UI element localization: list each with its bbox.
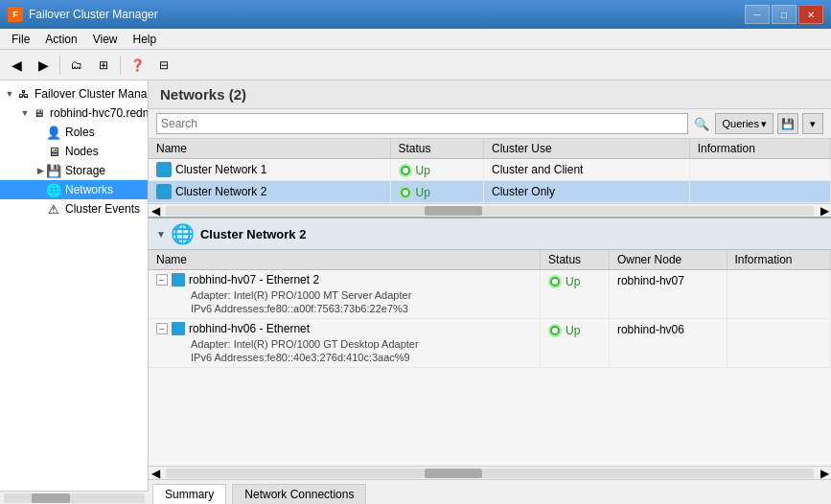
toolbar-separator-1 bbox=[59, 56, 60, 75]
col-information: Information bbox=[689, 139, 830, 159]
table-row[interactable]: 🌐 Cluster Network 2 Up Cluster Onl bbox=[149, 181, 831, 203]
table-row[interactable]: − 🌐 robhind-hv06 - Ethernet Adapter: Int… bbox=[149, 319, 831, 368]
tree-item-roles[interactable]: ▶ 👤 Roles bbox=[0, 123, 148, 142]
detail-row1-status: Up bbox=[541, 270, 610, 319]
row2-ipv6: IPv6 Addresses:fe80::40e3:276d:410c:3aac… bbox=[156, 351, 532, 364]
col-name: Name bbox=[149, 139, 390, 159]
tree-arrow-root: ▼ bbox=[4, 88, 15, 100]
menu-view[interactable]: View bbox=[85, 31, 126, 48]
detail-title: Cluster Network 2 bbox=[200, 227, 307, 241]
tree-label-events: Cluster Events bbox=[65, 202, 140, 216]
up-button[interactable]: 🗂 bbox=[64, 54, 89, 77]
top-hscroll[interactable]: ◀ ▶ bbox=[149, 203, 831, 217]
tree-item-storage[interactable]: ▶ 💾 Storage bbox=[0, 161, 148, 180]
detail-row2-name: − 🌐 robhind-hv06 - Ethernet Adapter: Int… bbox=[149, 319, 541, 368]
detail-table-wrap: Name Status Owner Node Information − bbox=[149, 250, 831, 466]
network2-information bbox=[689, 181, 830, 203]
tree-item-nodes[interactable]: ▶ 🖥 Nodes bbox=[0, 142, 148, 161]
network2-name: 🌐 Cluster Network 2 bbox=[149, 181, 390, 203]
window-controls: ─ □ ✕ bbox=[745, 5, 823, 24]
tree-label-storage: Storage bbox=[65, 164, 105, 177]
row1-net-icon: 🌐 bbox=[172, 273, 185, 286]
network1-information bbox=[689, 159, 830, 181]
detail-collapse-arrow[interactable]: ▼ bbox=[156, 229, 166, 240]
tab-summary[interactable]: Summary bbox=[152, 484, 226, 504]
row1-adapter: Adapter: Intel(R) PRO/1000 MT Server Ada… bbox=[156, 288, 532, 302]
status-up-icon: Up bbox=[399, 164, 430, 177]
row2-adapter: Adapter: Intel(R) PRO/1000 GT Desktop Ad… bbox=[156, 337, 532, 351]
networks-table-header-row: Name Status Cluster Use Information bbox=[149, 139, 831, 159]
tree-icon-storage: 💾 bbox=[46, 163, 61, 178]
main-layout: ▼ 🖧 Failover Cluster Mana... ▼ 🖥 robhind… bbox=[0, 80, 831, 504]
networks-section-header: Networks (2) bbox=[149, 80, 831, 109]
network2-status: Up bbox=[390, 181, 484, 203]
network2-icon: 🌐 bbox=[156, 184, 172, 199]
status-up-icon-2: Up bbox=[399, 186, 430, 199]
table-row[interactable]: − 🌐 robhind-hv07 - Ethernet 2 Adapter: I… bbox=[149, 270, 831, 319]
tree-item-server[interactable]: ▼ 🖥 robhind-hvc70.redn... bbox=[0, 103, 148, 123]
queries-label: Queries bbox=[722, 118, 759, 129]
close-button[interactable]: ✕ bbox=[798, 5, 823, 24]
back-button[interactable]: ◀ bbox=[4, 54, 29, 77]
detail-hscroll-track[interactable] bbox=[166, 469, 814, 478]
detail-row1-info bbox=[727, 270, 830, 319]
tree-icon-events: ⚠ bbox=[46, 201, 61, 217]
networks-title: Networks (2) bbox=[160, 86, 246, 103]
status-circle-2 bbox=[399, 186, 412, 199]
network2-cluster-use: Cluster Only bbox=[484, 181, 690, 203]
tree-item-root[interactable]: ▼ 🖧 Failover Cluster Mana... bbox=[0, 84, 148, 103]
menu-action[interactable]: Action bbox=[37, 31, 84, 48]
top-hscroll-thumb[interactable] bbox=[425, 206, 482, 216]
network1-cluster-use: Cluster and Client bbox=[484, 159, 690, 181]
tree-label-server: robhind-hvc70.redn... bbox=[50, 106, 149, 120]
queries-dropdown-icon: ▾ bbox=[761, 118, 767, 130]
top-hscroll-track[interactable] bbox=[166, 206, 814, 216]
detail-hscroll-thumb[interactable] bbox=[425, 469, 482, 478]
forward-button[interactable]: ▶ bbox=[31, 54, 56, 77]
tree-icon-roles: 👤 bbox=[46, 125, 61, 140]
tab-network-connections[interactable]: Network Connections bbox=[232, 484, 366, 504]
table-row[interactable]: 🌐 Cluster Network 1 Up Cluster and bbox=[149, 159, 831, 181]
tree-label-nodes: Nodes bbox=[65, 145, 99, 158]
detail-hscroll[interactable]: ◀ ▶ bbox=[149, 466, 831, 479]
query-options-button[interactable]: ▾ bbox=[802, 113, 823, 134]
menu-help[interactable]: Help bbox=[126, 31, 165, 48]
toolbar-separator-2 bbox=[120, 56, 121, 75]
minimize-button[interactable]: ─ bbox=[745, 5, 770, 24]
search-icon: 🔍 bbox=[692, 114, 711, 133]
menu-file[interactable]: File bbox=[4, 31, 37, 48]
detail-header: ▼ 🌐 Cluster Network 2 bbox=[149, 218, 831, 250]
left-scroll-bar[interactable] bbox=[0, 491, 149, 504]
detail-row1-owner: robhind-hv07 bbox=[609, 270, 727, 319]
maximize-button[interactable]: □ bbox=[772, 5, 796, 24]
tree-label-roles: Roles bbox=[65, 126, 95, 139]
tree-item-networks[interactable]: ▶ 🌐 Networks bbox=[0, 180, 148, 199]
help-button[interactable]: ❓ bbox=[125, 54, 150, 77]
tree-icon-root: 🖧 bbox=[15, 86, 31, 102]
row2-expand[interactable]: − bbox=[156, 323, 168, 334]
tree-item-events[interactable]: ▶ ⚠ Cluster Events bbox=[0, 199, 148, 218]
save-query-button[interactable]: 💾 bbox=[777, 113, 798, 134]
view-button[interactable]: ⊞ bbox=[91, 54, 116, 77]
row2-net-icon: 🌐 bbox=[172, 322, 185, 335]
network1-status: Up bbox=[390, 159, 484, 181]
extra-button[interactable]: ⊟ bbox=[151, 54, 176, 77]
tree-label-root: Failover Cluster Mana... bbox=[35, 87, 149, 101]
status-circle bbox=[399, 164, 412, 177]
right-panel: Networks (2) 🔍 Queries ▾ 💾 ▾ Name Status bbox=[149, 80, 831, 504]
row1-expand[interactable]: − bbox=[156, 274, 168, 286]
tree-arrow-server: ▼ bbox=[19, 107, 31, 119]
queries-button[interactable]: Queries ▾ bbox=[715, 113, 773, 134]
detail-status-circle-1 bbox=[548, 275, 562, 288]
col-cluster-use: Cluster Use bbox=[484, 139, 690, 159]
detail-network-icon: 🌐 bbox=[172, 222, 195, 245]
network1-icon: 🌐 bbox=[156, 162, 172, 177]
network1-name: 🌐 Cluster Network 1 bbox=[149, 159, 390, 181]
search-bar: 🔍 Queries ▾ 💾 ▾ bbox=[149, 109, 831, 139]
search-input[interactable] bbox=[156, 113, 688, 134]
col-status: Status bbox=[390, 139, 484, 159]
detail-col-name: Name bbox=[149, 250, 541, 270]
detail-status-circle-2 bbox=[548, 324, 562, 337]
menu-bar: File Action View Help bbox=[0, 29, 831, 50]
tree-icon-server: 🖥 bbox=[31, 105, 46, 121]
